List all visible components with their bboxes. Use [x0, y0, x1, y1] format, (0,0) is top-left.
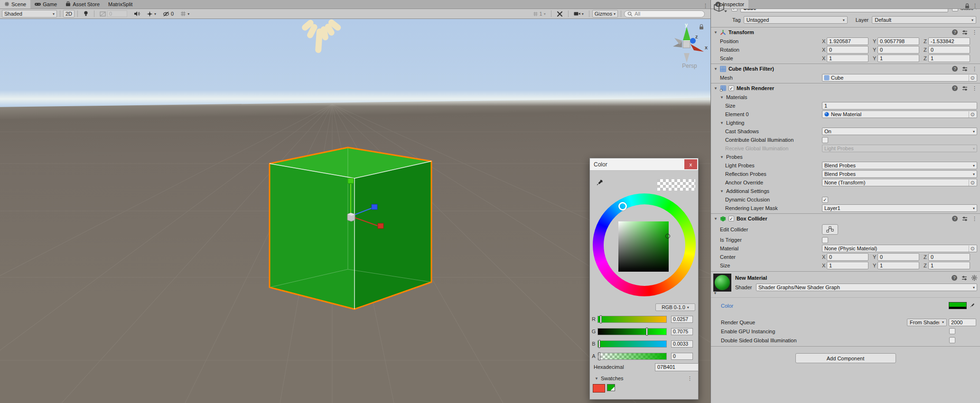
scene-lighting-toggle[interactable]: [81, 10, 91, 18]
edit-collider-button[interactable]: [822, 224, 838, 235]
inspector-menu-icon[interactable]: ⋮: [972, 3, 978, 9]
swatches-menu-icon[interactable]: ⋮: [687, 376, 692, 381]
materials-size-field[interactable]: 1: [822, 102, 977, 110]
slider-g-value[interactable]: 0.7075: [671, 328, 693, 335]
material-foldout-icon[interactable]: ▼: [713, 291, 717, 295]
dsgi-checkbox[interactable]: [949, 337, 955, 343]
presets-icon[interactable]: [962, 30, 968, 35]
center-y-field[interactable]: 0: [877, 253, 919, 261]
size-z-field[interactable]: 1: [928, 262, 970, 269]
hex-input[interactable]: 07B401: [655, 363, 699, 371]
camera-settings-dropdown[interactable]: ▾: [571, 10, 586, 18]
slider-g-handle[interactable]: [646, 328, 648, 336]
shading-mode-dropdown[interactable]: Shaded ▾: [2, 10, 57, 18]
rotation-z-field[interactable]: 0: [928, 46, 970, 54]
gizmo-gray-cone-down[interactable]: [684, 53, 690, 63]
object-picker-icon[interactable]: ⊙: [969, 246, 975, 252]
tab-scene[interactable]: Scene: [0, 0, 30, 9]
tab-asset-store[interactable]: Asset Store: [61, 0, 104, 9]
foldout-triangle-icon[interactable]: ▼: [714, 86, 718, 91]
additional-settings-foldout[interactable]: ▼Additional Settings: [711, 187, 980, 195]
gizmo-center-cube[interactable]: [683, 41, 690, 48]
reflection-probes-dropdown[interactable]: Blend Probes ▾: [822, 170, 977, 178]
rotation-y-field[interactable]: 0: [877, 46, 919, 54]
lock-icon[interactable]: [965, 3, 970, 9]
eyedropper-button[interactable]: [595, 178, 604, 188]
color-dialog-titlebar[interactable]: Color x: [590, 158, 698, 171]
component-menu-icon[interactable]: ⋮: [972, 30, 977, 35]
scale-gizmo-x-handle[interactable]: [378, 223, 383, 229]
help-icon[interactable]: ?: [952, 275, 957, 281]
gizmos-dropdown[interactable]: Gizmos ▾: [592, 10, 618, 18]
tab-matrixsplit[interactable]: MatrixSplit: [104, 0, 137, 9]
box-collider-enabled-checkbox[interactable]: ✓: [728, 216, 734, 221]
help-icon[interactable]: ?: [952, 66, 958, 72]
box-collider-header[interactable]: ▼ ✓ Box Collider ? ⋮: [711, 214, 980, 223]
slider-a-handle[interactable]: [598, 352, 600, 360]
slider-a[interactable]: [597, 353, 667, 360]
slider-b-value[interactable]: 0.0033: [671, 340, 693, 348]
anchor-override-field[interactable]: None (Transform) ⊙: [822, 179, 977, 186]
toggle-2d-button[interactable]: 2D: [63, 10, 75, 18]
foldout-triangle-icon[interactable]: ▼: [714, 217, 718, 221]
add-component-button[interactable]: Add Component: [795, 353, 896, 363]
mesh-object-field[interactable]: Cube ⊙: [822, 74, 977, 82]
scale-x-field[interactable]: 1: [827, 55, 868, 62]
help-icon[interactable]: ?: [952, 29, 958, 35]
snap-increment-control[interactable]: 1 ▾: [531, 10, 548, 18]
slider-r[interactable]: [597, 316, 667, 323]
slider-b[interactable]: [597, 340, 667, 348]
help-icon[interactable]: ?: [952, 85, 958, 91]
gameobject-cube-icon[interactable]: [713, 2, 728, 14]
saturation-value-marker[interactable]: [665, 234, 670, 238]
size-x-field[interactable]: 1: [827, 262, 868, 269]
component-menu-icon[interactable]: ⋮: [972, 66, 977, 72]
tab-game[interactable]: Game: [30, 0, 61, 9]
scene-visibility-toggle[interactable]: 0: [160, 10, 176, 18]
tool-settings-button[interactable]: [554, 10, 565, 18]
size-y-field[interactable]: 1: [877, 262, 919, 269]
render-queue-value-field[interactable]: 2000: [949, 319, 976, 326]
contribute-gi-checkbox[interactable]: [822, 137, 828, 143]
transform-header[interactable]: ▼ Transform ? ⋮: [711, 28, 980, 37]
mesh-filter-header[interactable]: ▼ Cube (Mesh Filter) ? ⋮: [711, 64, 980, 73]
swatches-header[interactable]: ▼ Swatches ⋮: [590, 376, 699, 381]
presets-icon[interactable]: [961, 275, 967, 281]
mesh-renderer-header[interactable]: ▼ ✓ Mesh Renderer ? ⋮: [711, 84, 980, 92]
rendering-layer-mask-dropdown[interactable]: Layer1 ▾: [822, 204, 977, 212]
help-icon[interactable]: ?: [952, 216, 958, 221]
mesh-renderer-enabled-checkbox[interactable]: ✓: [728, 85, 734, 91]
object-picker-icon[interactable]: ⊙: [969, 75, 975, 81]
selected-cube[interactable]: [270, 147, 431, 309]
slider-g[interactable]: [597, 328, 667, 335]
collider-material-field[interactable]: None (Physic Material) ⊙: [822, 245, 977, 252]
slider-b-handle[interactable]: [598, 340, 600, 348]
saturation-value-square[interactable]: [618, 221, 669, 272]
rotation-x-field[interactable]: 0: [827, 46, 868, 54]
shader-dropdown[interactable]: Shader Graphs/New Shader Graph ▾: [756, 284, 977, 291]
tag-dropdown[interactable]: Untagged ▾: [744, 16, 848, 24]
component-menu-icon[interactable]: ⋮: [972, 86, 977, 91]
scale-gizmo-center-handle[interactable]: [347, 213, 355, 221]
materials-foldout[interactable]: ▼Materials: [711, 93, 980, 101]
gear-icon[interactable]: [971, 275, 977, 281]
scene-search-input[interactable]: All: [624, 10, 705, 18]
scene-pane-menu-icon[interactable]: ⋮: [703, 3, 708, 9]
color-mode-dropdown[interactable]: RGB 0-1.0 ▾: [655, 303, 695, 311]
scale-y-field[interactable]: 1: [877, 55, 919, 62]
slider-a-value[interactable]: 0: [671, 353, 693, 360]
hue-marker[interactable]: [618, 202, 627, 211]
foldout-triangle-icon[interactable]: ▼: [714, 30, 718, 35]
cast-shadows-dropdown[interactable]: On ▾: [822, 128, 977, 135]
light-probes-dropdown[interactable]: Blend Probes ▾: [822, 162, 977, 169]
effects-toggle[interactable]: ▾: [144, 10, 159, 18]
center-z-field[interactable]: 0: [928, 253, 970, 261]
presets-icon[interactable]: [962, 86, 968, 91]
presets-icon[interactable]: [962, 216, 968, 221]
lighting-foldout[interactable]: ▼Lighting: [711, 119, 980, 127]
element0-object-field[interactable]: New Material ⊙: [822, 110, 977, 118]
slider-r-value[interactable]: 0.0257: [671, 316, 693, 323]
eyedropper-icon[interactable]: [969, 302, 975, 309]
position-x-field[interactable]: 1.920587: [827, 37, 868, 45]
slider-r-handle[interactable]: [600, 315, 602, 323]
